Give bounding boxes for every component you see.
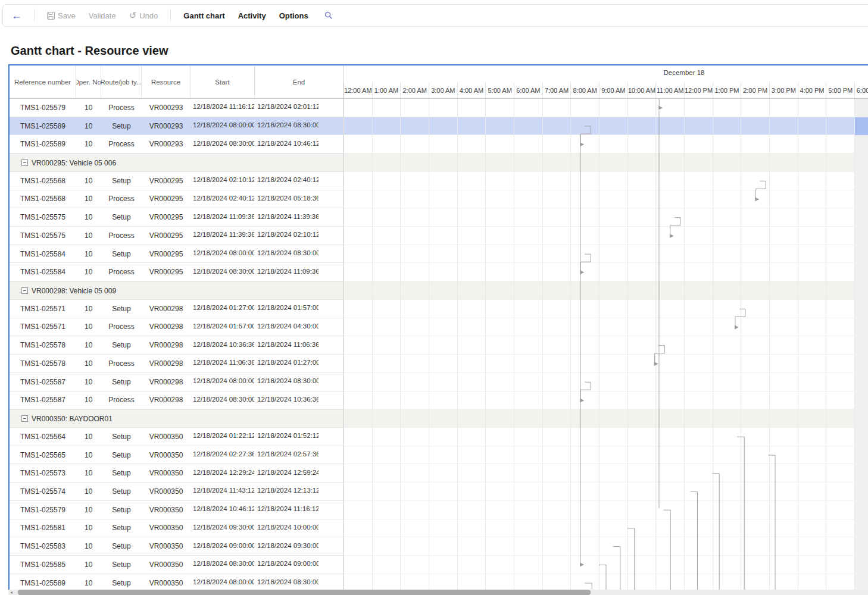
- grid-body: TMS1-02557910ProcessVR00029312/18/2024 1…: [10, 99, 343, 595]
- cell-reference-number: TMS1-025574: [10, 487, 76, 496]
- table-row[interactable]: TMS1-02557410SetupVR00035012/18/2024 11:…: [10, 483, 343, 501]
- cell-start: 12/18/2024 01:27:00 PM: [191, 304, 255, 313]
- table-row[interactable]: TMS1-02558410SetupVR00029512/18/2024 08:…: [10, 245, 343, 264]
- hour-label: 5:00 AM: [485, 82, 514, 99]
- back-arrow-icon[interactable]: ←: [11, 10, 22, 21]
- table-row[interactable]: TMS1-02557510ProcessVR00029512/18/2024 1…: [10, 227, 343, 245]
- cell-oper-no: 10: [76, 177, 101, 185]
- group-row[interactable]: VR000295: Vehicle 05 006: [10, 154, 343, 172]
- cell-end: 12/18/2024 11:39:36 AM: [255, 213, 343, 222]
- group-row[interactable]: VR000298: Vehicle 05 009: [10, 281, 343, 300]
- cell-resource: VR000350: [142, 579, 191, 587]
- column-header-oper-no[interactable]: Oper. No.: [76, 65, 101, 98]
- table-row[interactable]: TMS1-02558310SetupVR00035012/18/2024 09:…: [10, 537, 343, 556]
- scroll-left-arrow-icon[interactable]: ◂: [10, 590, 13, 595]
- cell-reference-number: TMS1-025583: [10, 542, 76, 550]
- column-header-end[interactable]: End: [255, 65, 343, 98]
- collapse-icon[interactable]: [21, 287, 28, 294]
- hour-label: 8:00 AM: [570, 82, 599, 99]
- undo-label: Undo: [139, 11, 158, 20]
- menu-options[interactable]: Options: [279, 11, 308, 20]
- table-row[interactable]: TMS1-02558410ProcessVR00029512/18/2024 0…: [10, 263, 343, 281]
- cell-oper-no: 10: [76, 250, 101, 258]
- table-row[interactable]: TMS1-02557810ProcessVR00029812/18/2024 1…: [10, 355, 343, 373]
- cell-end: 12/18/2024 10:46:12 AM: [255, 140, 343, 149]
- cell-route-job-type: Setup: [101, 213, 142, 221]
- cell-start: 12/18/2024 10:36:36 AM: [191, 341, 255, 350]
- table-row[interactable]: TMS1-02558910SetupVR00029312/18/2024 08:…: [10, 117, 343, 136]
- save-button[interactable]: Save: [47, 11, 76, 20]
- cell-start: 12/18/2024 11:06:36 AM: [191, 359, 255, 368]
- table-row[interactable]: TMS1-02556810ProcessVR00029512/18/2024 0…: [10, 190, 343, 209]
- save-label: Save: [58, 11, 76, 20]
- cell-route-job-type: Setup: [101, 177, 142, 185]
- cell-start: 12/18/2024 08:00:00 AM: [191, 578, 255, 587]
- column-header-resource[interactable]: Resource: [142, 65, 191, 98]
- table-row[interactable]: TMS1-02558710ProcessVR00029812/18/2024 0…: [10, 392, 343, 410]
- table-row[interactable]: TMS1-02557910ProcessVR00029312/18/2024 1…: [10, 99, 343, 117]
- cell-resource: VR000295: [142, 195, 191, 203]
- timeline-header: December 18 12:00 AM1:00 AM2:00 AM3:00 A…: [343, 65, 868, 99]
- cell-start: 12/18/2024 02:27:36 PM: [191, 450, 255, 459]
- table-row[interactable]: TMS1-02557110SetupVR00029812/18/2024 01:…: [10, 300, 343, 318]
- collapse-icon[interactable]: [21, 415, 28, 422]
- cell-start: 12/18/2024 08:30:00 AM: [191, 268, 255, 277]
- cell-route-job-type: Setup: [101, 542, 142, 550]
- table-row[interactable]: TMS1-02557910SetupVR00035012/18/2024 10:…: [10, 501, 343, 519]
- cell-oper-no: 10: [76, 268, 101, 276]
- menu-activity[interactable]: Activity: [238, 11, 266, 20]
- hour-label: 1:00 PM: [713, 82, 741, 99]
- group-row[interactable]: VR000350: BAYDOOR01: [10, 409, 343, 428]
- column-header-start[interactable]: Start: [191, 65, 255, 98]
- hour-label: 12:00 PM: [684, 82, 713, 99]
- table-row[interactable]: TMS1-02558510SetupVR00035012/18/2024 08:…: [10, 556, 343, 574]
- gantt-panel: Reference number Oper. No. Route/job ty.…: [8, 64, 868, 595]
- collapse-icon[interactable]: [21, 159, 28, 166]
- table-row[interactable]: TMS1-02558710SetupVR00029812/18/2024 08:…: [10, 373, 343, 392]
- hour-label: 10:00 AM: [627, 82, 656, 99]
- cell-resource: VR000295: [142, 213, 191, 221]
- cell-oper-no: 10: [76, 579, 101, 587]
- cell-oper-no: 10: [76, 506, 101, 514]
- scrollbar-thumb[interactable]: [18, 590, 591, 595]
- cell-route-job-type: Setup: [101, 341, 142, 349]
- cell-oper-no: 10: [76, 341, 101, 349]
- cell-resource: VR000350: [142, 506, 191, 514]
- table-row[interactable]: TMS1-02557310SetupVR00035012/18/2024 12:…: [10, 464, 343, 483]
- column-header-reference-number[interactable]: Reference number: [10, 65, 76, 98]
- cell-resource: VR000295: [142, 250, 191, 258]
- cell-end: 12/18/2024 09:30:00 AM: [255, 542, 343, 551]
- horizontal-scrollbar: ◂: [8, 590, 868, 595]
- search-icon[interactable]: [324, 11, 333, 20]
- undo-button[interactable]: ↺ Undo: [129, 11, 158, 20]
- action-toolbar: ← Save Validate ↺ Undo Gantt chart Activ…: [2, 4, 868, 27]
- hour-label: 1:00 AM: [372, 82, 401, 99]
- cell-oper-no: 10: [76, 524, 101, 532]
- table-row[interactable]: TMS1-02557110ProcessVR00029812/18/2024 0…: [10, 318, 343, 337]
- table-row[interactable]: TMS1-02558910ProcessVR00029312/18/2024 0…: [10, 135, 343, 154]
- table-row[interactable]: TMS1-02556510SetupVR00035012/18/2024 02:…: [10, 446, 343, 465]
- cell-end: 12/18/2024 04:30:00 PM: [255, 322, 343, 331]
- cell-reference-number: TMS1-025587: [10, 378, 76, 386]
- cell-reference-number: TMS1-025579: [10, 104, 76, 112]
- cell-oper-no: 10: [76, 122, 101, 130]
- table-row[interactable]: TMS1-02558110SetupVR00035012/18/2024 09:…: [10, 519, 343, 538]
- column-header-route-job-type[interactable]: Route/job ty...: [101, 65, 142, 98]
- cell-end: 12/18/2024 01:27:00 PM: [255, 359, 343, 368]
- cell-oper-no: 10: [76, 396, 101, 404]
- table-row[interactable]: TMS1-02557510SetupVR00029512/18/2024 11:…: [10, 208, 343, 227]
- table-row[interactable]: TMS1-02557810SetupVR00029812/18/2024 10:…: [10, 336, 343, 355]
- cell-end: 12/18/2024 08:30:00 AM: [255, 249, 343, 258]
- cell-end: 12/18/2024 11:16:12 AM: [255, 505, 343, 514]
- cell-resource: VR000298: [142, 359, 191, 368]
- cell-route-job-type: Setup: [101, 579, 142, 587]
- menu-gantt-chart[interactable]: Gantt chart: [183, 11, 224, 20]
- table-row[interactable]: TMS1-02556410SetupVR00035012/18/2024 01:…: [10, 428, 343, 446]
- validate-button[interactable]: Validate: [89, 11, 116, 20]
- cell-start: 12/18/2024 08:00:00 AM: [191, 121, 255, 130]
- cell-reference-number: TMS1-025568: [10, 177, 76, 185]
- cell-end: 12/18/2024 05:18:36 PM: [255, 195, 343, 203]
- cell-end: 12/18/2024 01:57:00 PM: [255, 304, 343, 313]
- cell-start: 12/18/2024 11:09:36 AM: [191, 213, 255, 222]
- table-row[interactable]: TMS1-02556810SetupVR00029512/18/2024 02:…: [10, 172, 343, 190]
